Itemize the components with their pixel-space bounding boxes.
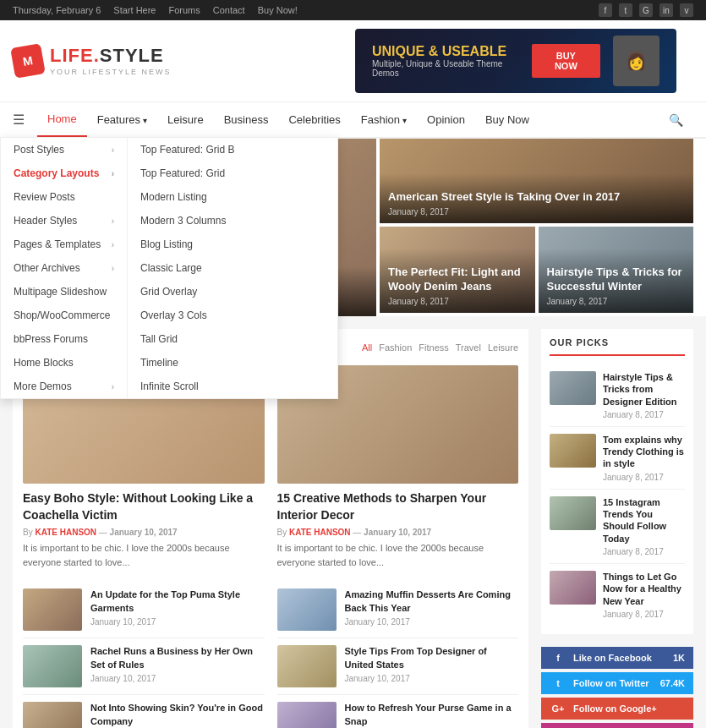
dropdown-item-modern-3col[interactable]: Modern 3 Columns — [128, 209, 254, 233]
search-icon[interactable]: 🔍 — [659, 103, 693, 137]
linkedin-icon[interactable]: in — [659, 3, 673, 17]
instagram-button[interactable]: 📷 Follow on Instagram — [541, 723, 693, 728]
dropdown-item-category-layouts[interactable]: Category Layouts › — [1, 161, 127, 185]
dropdown-item-tall-grid[interactable]: Tall Grid — [128, 327, 254, 351]
nav-item-fashion[interactable]: Fashion — [351, 103, 417, 136]
hero-top-right-date: January 8, 2017 — [388, 207, 685, 216]
topbar-link-3[interactable]: Buy Now! — [258, 5, 298, 15]
list-item[interactable]: An Update for the Top Puma Style Garment… — [23, 582, 265, 638]
filter-fitness[interactable]: Fitness — [419, 342, 448, 353]
dropdown-item-other-archives[interactable]: Other Archives › — [1, 256, 127, 280]
filter-all[interactable]: All — [362, 342, 372, 353]
nav-item-buynow[interactable]: Buy Now — [475, 103, 539, 136]
header: M LIFE.STYLE YOUR LIFESTYLE NEWS UniQuE … — [0, 20, 706, 102]
googleplus-icon: G+ — [550, 703, 566, 714]
picks-item-1[interactable]: Hairstyle Tips & Tricks from Designer Ed… — [550, 364, 685, 427]
dropdown-item-header-styles[interactable]: Header Styles › — [1, 209, 127, 233]
list-item[interactable]: Rachel Runs a Business by Her Own Set of… — [23, 638, 265, 695]
hero-bottom-left-label: The Perfect Fit: Light and Wooly Denim J… — [380, 249, 535, 313]
dropdown-item-timeline[interactable]: Timeline — [128, 351, 254, 375]
dropdown-item-modern-listing[interactable]: Modern Listing — [128, 185, 254, 209]
dropdown-item-grid-overlay[interactable]: Grid Overlay — [128, 280, 254, 304]
featured-article-2-title: 15 Creative Methods to Sharpen Your Inte… — [277, 490, 519, 523]
nav-item-business[interactable]: Business — [214, 103, 279, 136]
nav-item-home[interactable]: Home — [37, 102, 87, 137]
facebook-count: 1K — [673, 653, 685, 663]
dropdown-item-pages-templates[interactable]: Pages & Templates › — [1, 233, 127, 256]
hamburger-menu-icon[interactable]: ☰ — [13, 112, 25, 128]
dropdown-item-bbpress[interactable]: bbPress Forums — [1, 327, 127, 351]
featured-article-1-title: Easy Boho Style: Without Looking Like a … — [23, 490, 265, 523]
dropdown-item-overlay-3col[interactable]: Overlay 3 Cols — [128, 304, 254, 327]
dropdown-item-more-demos[interactable]: More Demos › — [1, 375, 127, 398]
topbar-link-0[interactable]: Start Here — [113, 5, 156, 15]
twitter-icon[interactable]: t — [619, 3, 632, 17]
section-filters: All Fashion Fitness Travel Leisure — [362, 342, 518, 353]
dropdown-item-top-featured-b[interactable]: Top Featured: Grid B — [128, 138, 254, 161]
facebook-button[interactable]: f Like on Facebook 1K — [541, 647, 693, 669]
hero-bottom-right-date: January 8, 2017 — [547, 297, 686, 306]
logo[interactable]: M LIFE.STYLE YOUR LIFESTYLE NEWS — [13, 45, 172, 76]
dropdown-item-multipage[interactable]: Multipage Slideshow — [1, 280, 127, 304]
list-thumb — [23, 645, 82, 687]
top-bar-left: Thursday, February 6 Start Here Forums C… — [13, 5, 298, 15]
list-item[interactable]: Amazing Muffin Desserts Are Coming Back … — [277, 582, 519, 638]
twitter-label: Follow on Twitter — [573, 678, 649, 688]
dropdown-item-blog-listing[interactable]: Blog Listing — [128, 233, 254, 256]
dropdown-item-post-styles[interactable]: Post Styles › — [1, 138, 127, 161]
list-content: Not Into Showing Skin? You're in Good Co… — [90, 702, 265, 728]
googleplus-button[interactable]: G+ Follow on Google+ — [541, 698, 693, 720]
google-plus-icon[interactable]: G — [639, 3, 653, 17]
twitter-button[interactable]: t Follow on Twitter 67.4K — [541, 672, 693, 694]
picks-item-2[interactable]: Tom explains why Trendy Clothing is in s… — [550, 427, 685, 490]
social-buttons-section: f Like on Facebook 1K t Follow on Twitte… — [541, 647, 693, 728]
picks-content-2: Tom explains why Trendy Clothing is in s… — [603, 434, 685, 482]
nav-items: Home Features Leisure Business Celebriti… — [37, 102, 659, 137]
logo-sub: YOUR LIFESTYLE NEWS — [50, 68, 172, 77]
picks-item-4[interactable]: Things to Let Go Now for a Healthy New Y… — [550, 564, 685, 626]
picks-item-3[interactable]: 15 Instagram Trends You Should Follow To… — [550, 490, 685, 564]
dropdown-item-home-blocks[interactable]: Home Blocks — [1, 351, 127, 375]
list-thumb — [277, 702, 337, 728]
hero-bottom-left[interactable]: The Perfect Fit: Light and Wooly Denim J… — [380, 227, 535, 313]
filter-fashion[interactable]: Fashion — [379, 342, 412, 353]
twitter-icon: t — [550, 678, 566, 688]
dropdown-item-top-featured[interactable]: Top Featured: Grid — [128, 161, 254, 185]
facebook-icon[interactable]: f — [599, 3, 612, 17]
hero-side-top[interactable]: American Street Style is Taking Over in … — [380, 139, 693, 223]
sidebar: OUR PICKS Hairstyle Tips & Tricks from D… — [541, 329, 693, 728]
buy-now-button[interactable]: BUY NOW — [532, 44, 600, 78]
dropdown-item-classic-large[interactable]: Classic Large — [128, 256, 254, 280]
list-item[interactable]: Style Tips From Top Designer of United S… — [277, 638, 519, 695]
facebook-label: Like on Facebook — [573, 653, 652, 663]
topbar-link-2[interactable]: Contact — [213, 5, 245, 15]
list-item[interactable]: Not Into Showing Skin? You're in Good Co… — [23, 695, 265, 728]
nav-item-features[interactable]: Features — [87, 103, 157, 136]
logo-icon: M — [10, 43, 46, 79]
hero-bottom-left-title: The Perfect Fit: Light and Wooly Denim J… — [388, 265, 527, 294]
dropdown-item-woocommerce[interactable]: Shop/WooCommerce — [1, 304, 127, 327]
nav-item-leisure[interactable]: Leisure — [157, 103, 214, 136]
nav-item-opinion[interactable]: Opinion — [417, 103, 475, 136]
banner-title: UniQuE & USEABLE — [372, 44, 519, 59]
banner-sub: Multiple, Unique & Useable Theme Demos — [372, 59, 519, 78]
dropdown-item-infinite-scroll[interactable]: Infinite Scroll — [128, 375, 254, 398]
nav-item-celebrities[interactable]: Celebrities — [278, 103, 350, 136]
picks-thumb-3 — [550, 496, 596, 530]
list-item[interactable]: How to Refresh Your Purse Game in a Snap… — [277, 695, 519, 728]
filter-leisure[interactable]: Leisure — [488, 342, 518, 353]
hero-bottom-right[interactable]: Hairstyle Tips & Tricks for Successful W… — [539, 227, 694, 313]
hero-top-right-label: American Street Style is Taking Over in … — [380, 173, 693, 223]
hero-bottom-right-label: Hairstyle Tips & Tricks for Successful W… — [539, 249, 694, 313]
top-bar-right: f t G in v — [599, 3, 693, 17]
article-list-left: An Update for the Top Puma Style Garment… — [23, 582, 265, 728]
picks-thumb-1 — [550, 371, 596, 405]
list-thumb — [23, 702, 82, 728]
topbar-link-1[interactable]: Forums — [168, 5, 200, 15]
vk-icon[interactable]: v — [680, 3, 693, 17]
googleplus-label: Follow on Google+ — [573, 703, 657, 714]
filter-travel[interactable]: Travel — [456, 342, 481, 353]
dropdown-col-1: Post Styles › Category Layouts › Review … — [1, 138, 128, 398]
list-content: Style Tips From Top Designer of United S… — [345, 645, 519, 683]
dropdown-item-review-posts[interactable]: Review Posts — [1, 185, 127, 209]
